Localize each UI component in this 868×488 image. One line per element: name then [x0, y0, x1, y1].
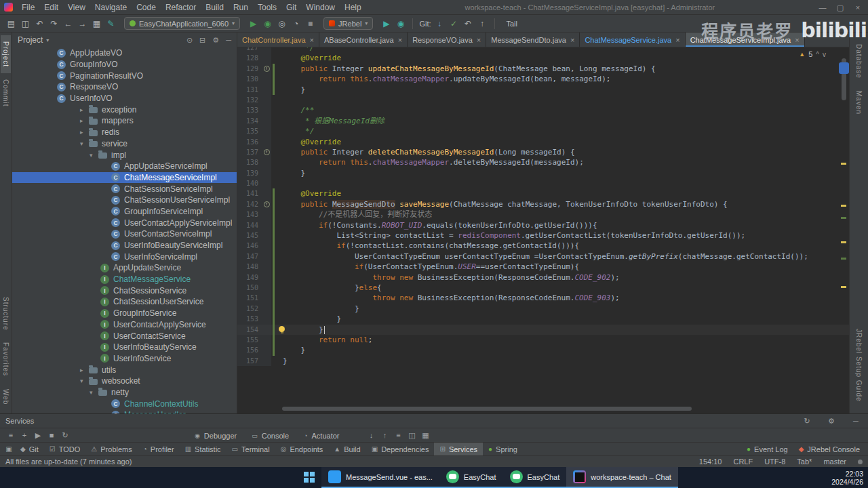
commit-icon[interactable]: ✓ [447, 16, 461, 32]
tree-item-appupdatevo[interactable]: CAppUpdateVO [12, 47, 237, 59]
tree-item-redis[interactable]: ▸redis [12, 127, 237, 138]
close-tab-icon[interactable]: × [310, 36, 314, 44]
status-message[interactable]: All files are up-to-date (7 minutes ago) [5, 458, 132, 466]
menu-item-help[interactable]: Help [340, 0, 366, 15]
close-tab-icon[interactable]: × [477, 36, 481, 44]
tree-item-paginationresultvo[interactable]: CPaginationResultVO [12, 70, 237, 81]
warning-stripe-mark[interactable] [841, 163, 846, 165]
taskbar-clock[interactable]: 22:03 2024/4/26 [831, 470, 863, 487]
taskbar-app-vscode-0[interactable]: MessageSend.vue - eas... [321, 467, 439, 488]
hide-panel-icon[interactable]: ─ [226, 36, 231, 45]
toolwindow-button-git[interactable]: ◆Git [15, 443, 44, 455]
chevron-icon[interactable]: ▾ [90, 152, 98, 159]
split-view-icon[interactable]: ◫ [405, 431, 418, 440]
toolwindow-button-problems[interactable]: ⚠Problems [85, 443, 137, 455]
tree-item-userinfovo[interactable]: CUserInfoVO [12, 93, 237, 104]
change-stripe-mark[interactable] [841, 258, 846, 260]
change-stripe-mark[interactable] [841, 217, 846, 219]
tool-strip-maven[interactable]: Maven [854, 85, 864, 121]
inspections-widget[interactable]: ▲ 5 ^ v [799, 50, 826, 58]
tree-item-exception[interactable]: ▸exception [12, 104, 237, 115]
jrebel-select[interactable]: JRebel ▾ [323, 17, 373, 30]
override-method-icon[interactable]: ↑ [264, 66, 270, 72]
tool-strip-database[interactable]: Database [854, 38, 864, 85]
close-tab-icon[interactable]: × [570, 36, 574, 44]
tool-strip-favorites[interactable]: Favorites [1, 336, 11, 382]
forward-icon[interactable]: → [75, 16, 90, 32]
tree-item-usercontactservice[interactable]: IUserContactService [12, 330, 237, 342]
toolwindow-button-jrebel-console[interactable]: ◆JRebel Console [793, 443, 865, 455]
code-content[interactable]: 127 */128 @Override129↑ public Integer u… [237, 47, 849, 366]
run-configuration-select[interactable]: EasyChatApplication_6060 ▾ [124, 17, 240, 30]
close-tab-icon[interactable]: × [675, 36, 679, 44]
menu-item-run[interactable]: Run [229, 0, 253, 15]
layout-grid-icon[interactable]: ▦ [418, 431, 432, 440]
coverage-icon[interactable]: ◎ [275, 16, 289, 32]
status-encoding[interactable]: UTF-8 [764, 458, 785, 466]
tree-item-chatsessionservice[interactable]: IChatSessionService [12, 285, 237, 296]
services-tab-console[interactable]: ▭Console [244, 428, 296, 443]
start-service-icon[interactable]: ▶ [31, 431, 45, 440]
collapse-all-icon[interactable]: ⊟ [199, 36, 205, 45]
warning-stripe-mark[interactable] [841, 286, 846, 288]
tree-item-groupinfoservice[interactable]: IGroupInfoService [12, 308, 237, 319]
settings-gear-icon[interactable]: ⚙ [212, 36, 219, 45]
chevron-icon[interactable]: ▸ [80, 106, 89, 113]
menu-item-tools[interactable]: Tools [253, 0, 281, 15]
editor-horizontal-scrollbar[interactable] [282, 407, 727, 411]
tree-item-usercontactapplyservice[interactable]: IUserContactApplyService [12, 319, 237, 331]
tree-item-groupinfovo[interactable]: CGroupInfoVO [12, 59, 237, 70]
tree-item-mappers[interactable]: ▸mappers [12, 115, 237, 127]
tree-item-userinfoservice[interactable]: IUserInfoService [12, 353, 237, 365]
chevron-icon[interactable]: ▾ [80, 378, 89, 384]
chevron-icon[interactable]: ▾ [90, 389, 98, 396]
toolwindow-button-todo[interactable]: ☑TODO [44, 443, 86, 455]
next-warning-button[interactable]: v [823, 51, 826, 58]
tool-strip-structure[interactable]: Structure [1, 291, 11, 337]
notifications-icon[interactable] [858, 460, 863, 464]
prev-warning-button[interactable]: ^ [816, 51, 819, 58]
toolwindow-button-spring[interactable]: ●Spring [483, 443, 523, 455]
maximize-button[interactable]: ▢ [831, 0, 849, 15]
intention-bulb-icon[interactable] [279, 326, 285, 332]
toolwindow-button-dependencies[interactable]: ▣Dependencies [366, 443, 435, 455]
scroll-down-icon[interactable]: ↓ [364, 431, 378, 440]
taskbar-app-idea-3[interactable]: workspace-teach – Chat [566, 467, 678, 488]
add-service-icon[interactable]: + [18, 431, 31, 440]
refresh-icon[interactable]: ↻ [800, 417, 814, 426]
push-icon[interactable]: ↑ [475, 16, 490, 32]
tree-item-groupinfoserviceimpl[interactable]: CGroupInfoServiceImpl [12, 206, 237, 218]
tree-item-responsevo[interactable]: CResponseVO [12, 81, 237, 93]
editor-tab-messagesenddto.java[interactable]: MessageSendDto.java× [486, 33, 580, 47]
tree-item-usercontactapplyserviceimpl[interactable]: CUserContactApplyServiceImpl [12, 217, 237, 228]
tool-windows-icon[interactable]: ▣ [3, 445, 15, 453]
tool-strip-commit[interactable]: Commit [1, 73, 11, 113]
hide-panel-icon[interactable]: ─ [849, 417, 863, 426]
debug-with-jrebel-icon[interactable]: ◉ [393, 16, 408, 32]
tool-strip-web[interactable]: Web [1, 383, 11, 411]
tree-item-userinfobeautyserviceimpl[interactable]: CUserInfoBeautyServiceImpl [12, 240, 237, 251]
status-line-ending[interactable]: CRLF [733, 458, 753, 466]
back-icon[interactable]: ← [61, 16, 75, 32]
tool-strip-jrebel-setup-guide[interactable]: JRebel Setup Guide [854, 323, 864, 408]
stop-service-icon[interactable]: ■ [45, 431, 58, 440]
redo-icon[interactable]: ↷ [47, 16, 61, 32]
stop-icon[interactable]: ■ [303, 16, 317, 32]
tree-item-channelcontextutils[interactable]: CChannelContextUtils [12, 398, 237, 409]
start-button[interactable] [297, 467, 321, 488]
tree-item-chatmessageserviceimpl[interactable]: CChatMessageServiceImpl [12, 172, 237, 184]
override-method-icon[interactable]: ↑ [264, 149, 270, 155]
update-project-icon[interactable]: ↓ [433, 16, 447, 32]
menu-item-refactor[interactable]: Refactor [161, 0, 201, 15]
menu-item-file[interactable]: File [17, 0, 39, 15]
taskbar-app-easychat-2[interactable]: EasyChat [503, 467, 567, 488]
chevron-down-icon[interactable]: ▾ [46, 37, 49, 43]
toolwindow-button-profiler[interactable]: ◔Profiler [138, 443, 180, 455]
status-git-branch[interactable]: master [823, 458, 846, 466]
tree-item-chatsessionuserservice[interactable]: IChatSessionUserService [12, 296, 237, 308]
close-tab-icon[interactable]: × [398, 36, 402, 44]
toolwindow-button-event-log[interactable]: ●Event Log [741, 443, 793, 455]
build-icon[interactable]: ▦ [90, 16, 104, 32]
toolwindow-button-build[interactable]: ▲Build [328, 443, 366, 455]
rollback-icon[interactable]: ↶ [461, 16, 475, 32]
